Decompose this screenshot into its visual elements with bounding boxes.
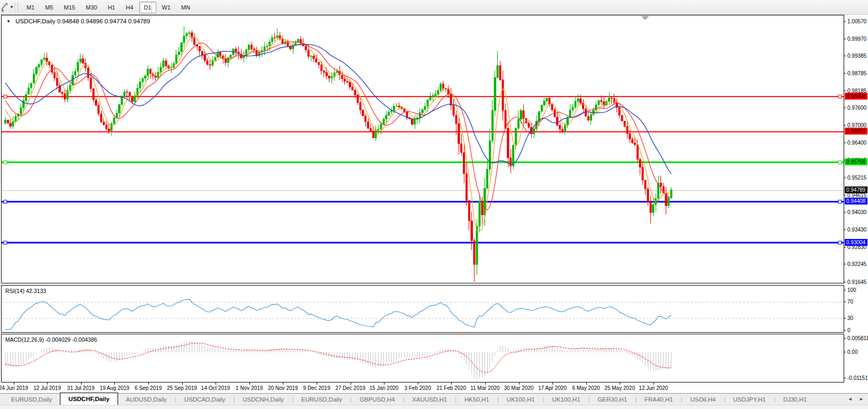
candle-body — [520, 111, 522, 119]
date-tick-mark — [216, 383, 216, 385]
candle-body — [315, 59, 317, 63]
rsi-pane[interactable]: RSI(14) 42.3133 — [1, 285, 844, 333]
candle-body — [434, 94, 436, 95]
toolbar-grip-handle[interactable] — [17, 3, 19, 12]
candle-body — [204, 55, 206, 61]
candle-body — [235, 49, 237, 52]
line-handle[interactable] — [838, 161, 842, 164]
candle-body — [181, 42, 183, 52]
candle-body — [637, 145, 639, 159]
chart-tab-xauusd-h1[interactable]: XAUUSD,H1 — [404, 394, 455, 405]
line-handle[interactable] — [4, 95, 7, 98]
timeframe-m1-button[interactable]: M1 — [22, 2, 39, 13]
chart-shift-marker-icon[interactable] — [641, 16, 649, 20]
chart-tab-usdchf-daily[interactable]: USDCHF,Daily — [60, 393, 118, 405]
timeframe-m15-button[interactable]: M15 — [59, 2, 80, 13]
price-axis-tick: 0.94030 — [844, 209, 866, 215]
date-tick-mark — [114, 383, 115, 385]
chart-tab-uk100-h1[interactable]: UK100,H1 — [544, 394, 588, 405]
chart-tab-usoil-h4[interactable]: USOil,H4 — [682, 394, 723, 405]
date-tick-mark — [249, 383, 250, 385]
tab-scroll-right-icon[interactable]: ► — [859, 396, 864, 402]
candle-body — [336, 71, 338, 73]
level-price-label: 0.94408 — [845, 198, 867, 204]
candle-body — [201, 51, 203, 55]
date-tick-mark — [317, 383, 317, 385]
timeframe-d1-button[interactable]: D1 — [139, 2, 156, 13]
triangle-down-icon[interactable]: ▼ — [6, 19, 11, 24]
line-handle[interactable] — [4, 241, 7, 244]
price-axis-tick: 0.98785 — [844, 70, 866, 76]
timeframe-m30-button[interactable]: M30 — [81, 2, 102, 13]
candle-body — [97, 105, 100, 114]
macd-pane[interactable]: MACD(12,26,9) -0.004029 -0.004386 — [1, 334, 844, 383]
candle-body — [312, 56, 315, 59]
macd-axis-tick: -0.011514 — [844, 375, 868, 381]
candle-body — [528, 123, 530, 127]
line-handle[interactable] — [838, 241, 842, 244]
chart-tab-usdcnh-daily[interactable]: USDCNH,Daily — [235, 394, 292, 405]
chart-tool-icon[interactable] — [1, 2, 8, 13]
candle-body — [111, 123, 113, 130]
timeframe-h1-button[interactable]: H1 — [103, 2, 120, 13]
candle-body — [442, 84, 444, 88]
candle-body — [378, 129, 380, 130]
candle-body — [271, 38, 273, 42]
candle-body — [126, 92, 128, 92]
price-axis[interactable]: 1.005700.999700.993850.987850.981850.976… — [844, 15, 868, 283]
candle-body — [209, 65, 211, 65]
line-handle[interactable] — [838, 95, 842, 98]
candle-body — [647, 189, 649, 202]
macd-chart-canvas[interactable] — [2, 334, 844, 382]
candle-body — [323, 71, 325, 73]
candle-body — [108, 129, 110, 131]
rsi-axis[interactable]: 10070300 — [844, 285, 868, 333]
date-axis[interactable]: 24 Jun 201912 Jul 201931 Jul 201919 Aug … — [0, 383, 868, 393]
timeframe-w1-button[interactable]: W1 — [157, 2, 176, 13]
ma-10-line — [5, 42, 672, 210]
candle-body — [165, 61, 167, 66]
chart-tool-dropdown-icon[interactable]: ▼ — [10, 5, 14, 10]
timeframe-mn-button[interactable]: MN — [176, 2, 195, 13]
chart-tab-dj30-h1[interactable]: DJ30,H1 — [775, 394, 815, 405]
price-axis-tick: 1.00570 — [844, 19, 866, 24]
rsi-chart-canvas[interactable] — [2, 286, 844, 332]
macd-axis-tick: 0.005818 — [844, 335, 868, 341]
chart-tab-gbpusd-h4[interactable]: GBPUSD,H4 — [352, 394, 402, 405]
level-price-label: 0.98008 — [845, 93, 867, 100]
candle-body — [541, 105, 543, 111]
line-handle[interactable] — [4, 200, 7, 203]
candle-body — [601, 101, 603, 102]
chart-tab-fra40-h1[interactable]: FRA40,H1 — [637, 394, 681, 405]
candle-body — [79, 59, 82, 63]
chart-tab-ger30-h1[interactable]: GER30,H1 — [589, 394, 635, 405]
chart-tab-usdcad-daily[interactable]: USDCAD,Daily — [176, 394, 233, 405]
chart-tab-eurusd-daily[interactable]: EURUSD,Daily — [293, 394, 350, 405]
candle-body — [631, 139, 633, 143]
candle-body — [160, 67, 162, 73]
candle-body — [25, 94, 27, 101]
date-tick-mark — [148, 383, 149, 385]
date-tick-mark — [654, 383, 654, 385]
candle-body — [12, 121, 14, 126]
chart-tab-hk50-h1[interactable]: HK50,H1 — [457, 394, 497, 405]
candle-body — [424, 106, 426, 110]
chart-tab-usdjpy-h1[interactable]: USDJPY,H1 — [725, 394, 774, 405]
chart-tab-audusd-daily[interactable]: AUDUSD,Daily — [118, 394, 175, 405]
candle-body — [357, 95, 359, 102]
date-label: 11 Mar 2020 — [470, 385, 499, 391]
line-handle[interactable] — [838, 200, 842, 203]
timeframe-m5-button[interactable]: M5 — [40, 2, 58, 13]
candle-body — [248, 45, 250, 50]
timeframe-h4-button[interactable]: H4 — [121, 2, 138, 13]
line-handle[interactable] — [4, 161, 7, 164]
chart-tab-eurusd-daily[interactable]: EURUSD,Daily — [3, 394, 60, 405]
candle-body — [515, 128, 517, 145]
date-tick-mark — [351, 383, 351, 385]
candle-body — [432, 95, 434, 97]
tab-scroll-left-icon[interactable]: ◄ — [848, 396, 853, 402]
chart-tab-uk100-h1[interactable]: UK100,H1 — [499, 394, 543, 405]
price-chart-canvas[interactable] — [2, 15, 844, 283]
price-pane[interactable]: ▼ USDCHF,Daily 0.94848 0.94896 0.94774 0… — [1, 15, 844, 283]
macd-axis[interactable]: 0.0058180.00-0.011514 — [844, 334, 868, 383]
